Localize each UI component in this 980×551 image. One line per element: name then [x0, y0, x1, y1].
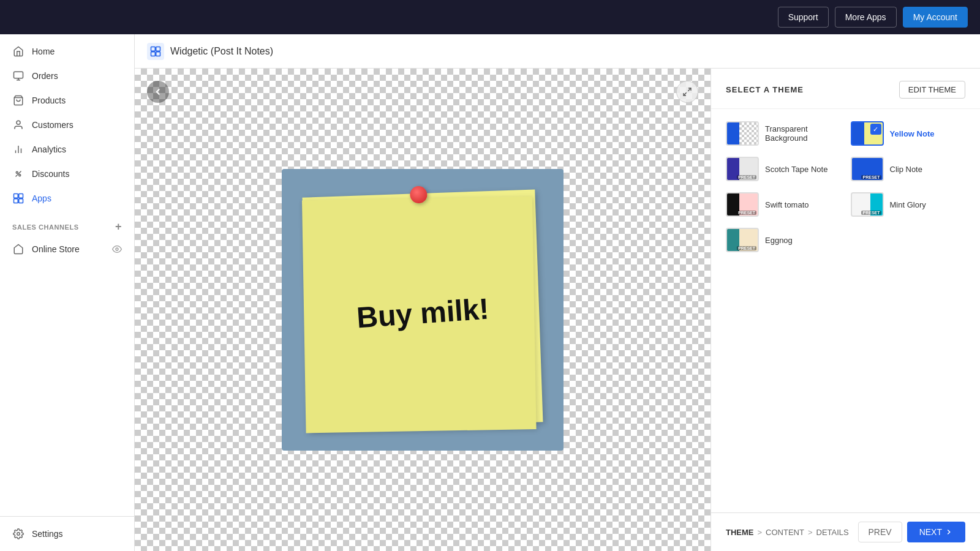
- edit-theme-button[interactable]: EDIT THEME: [899, 81, 965, 99]
- sidebar-item-label: Settings: [32, 529, 63, 539]
- next-button[interactable]: NEXT: [907, 522, 965, 542]
- breadcrumb: THEME > CONTENT > DETAILS: [726, 528, 849, 537]
- theme-swatch-swift: PRESET: [726, 192, 759, 217]
- theme-name-transparent: Transparent Background: [765, 124, 841, 143]
- svg-point-9: [19, 174, 21, 176]
- sidebar-item-settings[interactable]: Settings: [0, 522, 134, 546]
- svg-point-4: [17, 121, 20, 124]
- app-header-icon: [147, 43, 164, 60]
- add-sales-channel-icon[interactable]: +: [115, 220, 122, 233]
- sidebar-item-label: Discounts: [32, 169, 69, 179]
- home-icon: [12, 45, 24, 58]
- more-apps-button[interactable]: More Apps: [835, 7, 897, 28]
- theme-name-clip: Clip Note: [890, 165, 922, 174]
- settings-icon: [12, 528, 24, 540]
- breadcrumb-sep2: >: [808, 528, 813, 537]
- widget-content: Buy milk! SELECT A THEME EDIT THEME T: [135, 69, 980, 551]
- preset-label: PRESET: [861, 211, 881, 215]
- theme-item-scotch[interactable]: PRESET Scotch Tape Note: [726, 157, 841, 181]
- sidebar-item-orders[interactable]: Orders: [0, 64, 134, 88]
- breadcrumb-theme: THEME: [726, 528, 754, 537]
- theme-grid: Transparent Background ✓ Yellow Note PRE…: [711, 109, 980, 512]
- content-area: Widgetic (Post It Notes) Buy milk!: [135, 34, 980, 551]
- svg-rect-18: [156, 47, 160, 51]
- note-background: Buy milk!: [282, 169, 564, 451]
- svg-rect-14: [19, 199, 23, 203]
- theme-name-mint: Mint Glory: [890, 200, 926, 209]
- theme-item-eggnog[interactable]: PRESET Eggnog: [726, 228, 841, 252]
- products-icon: [12, 94, 24, 107]
- svg-line-21: [688, 88, 691, 91]
- sidebar-item-customers[interactable]: Customers: [0, 113, 134, 137]
- svg-rect-17: [151, 47, 156, 51]
- theme-item-swift[interactable]: PRESET Swift tomato: [726, 192, 841, 217]
- theme-item-transparent[interactable]: Transparent Background: [726, 121, 841, 146]
- note-text: Buy milk!: [356, 292, 490, 335]
- sidebar-item-analytics[interactable]: Analytics: [0, 137, 134, 162]
- theme-item-clip[interactable]: PRESET Clip Note: [851, 157, 966, 181]
- preset-label: PRESET: [737, 175, 756, 179]
- footer-nav: PREV NEXT: [858, 522, 965, 542]
- orders-icon: [12, 70, 24, 82]
- theme-name-yellow: Yellow Note: [890, 129, 935, 138]
- select-theme-label: SELECT A THEME: [726, 85, 804, 94]
- svg-point-15: [116, 248, 118, 250]
- analytics-icon: [12, 143, 24, 156]
- preview-area: Buy milk!: [135, 69, 710, 551]
- preset-label: PRESET: [861, 175, 881, 179]
- note-pin: [410, 186, 428, 204]
- app-header: Widgetic (Post It Notes): [135, 34, 980, 69]
- sidebar-item-products[interactable]: Products: [0, 88, 134, 113]
- svg-rect-13: [14, 199, 18, 203]
- note-container: Buy milk!: [282, 169, 564, 451]
- sidebar: Home Orders Products Customers Analytics: [0, 34, 135, 551]
- breadcrumb-details: DETAILS: [816, 528, 849, 537]
- theme-swatch-transparent: [726, 121, 759, 146]
- sidebar-item-home[interactable]: Home: [0, 39, 134, 64]
- fullscreen-button[interactable]: [676, 81, 698, 103]
- sidebar-item-label: Home: [32, 47, 55, 56]
- app-title: Widgetic (Post It Notes): [170, 46, 273, 57]
- theme-panel-header: SELECT A THEME EDIT THEME: [711, 69, 980, 109]
- theme-name-scotch: Scotch Tape Note: [765, 165, 827, 174]
- customers-icon: [12, 119, 24, 131]
- selected-check: ✓: [870, 124, 881, 135]
- discounts-icon: [12, 168, 24, 180]
- svg-line-22: [684, 92, 687, 96]
- note-paper: Buy milk!: [302, 189, 543, 430]
- sidebar-item-label: Analytics: [32, 144, 66, 154]
- back-button[interactable]: [147, 81, 169, 103]
- breadcrumb-sep1: >: [758, 528, 763, 537]
- theme-panel: SELECT A THEME EDIT THEME Transparent Ba…: [710, 69, 980, 551]
- svg-rect-0: [14, 72, 23, 78]
- svg-rect-11: [14, 194, 18, 198]
- sidebar-item-label: Products: [32, 96, 66, 105]
- svg-rect-19: [151, 51, 156, 56]
- sidebar-item-label: Online Store: [32, 244, 80, 254]
- preset-label: PRESET: [737, 246, 756, 250]
- theme-name-eggnog: Eggnog: [765, 236, 793, 245]
- online-store-eye-icon: [112, 244, 122, 254]
- svg-rect-20: [156, 51, 160, 56]
- sidebar-item-label: Orders: [32, 71, 58, 81]
- theme-item-yellow[interactable]: ✓ Yellow Note: [851, 121, 966, 146]
- svg-rect-12: [19, 194, 23, 198]
- topbar: Support More Apps My Account: [0, 0, 980, 34]
- main-layout: Home Orders Products Customers Analytics: [0, 34, 980, 551]
- support-button[interactable]: Support: [778, 7, 829, 28]
- sidebar-item-online-store[interactable]: Online Store: [0, 237, 134, 261]
- sidebar-item-label: Apps: [32, 193, 51, 203]
- sidebar-item-apps[interactable]: Apps: [0, 186, 134, 211]
- prev-button[interactable]: PREV: [858, 522, 902, 542]
- apps-icon: [12, 192, 24, 204]
- theme-item-mint[interactable]: PRESET Mint Glory: [851, 192, 966, 217]
- theme-footer: THEME > CONTENT > DETAILS PREV NEXT: [711, 512, 980, 551]
- sidebar-item-discounts[interactable]: Discounts: [0, 162, 134, 186]
- my-account-button[interactable]: My Account: [903, 7, 968, 28]
- theme-swatch-mint: PRESET: [851, 192, 884, 217]
- theme-swatch-scotch: PRESET: [726, 157, 759, 181]
- preset-label: PRESET: [737, 211, 756, 215]
- theme-name-swift: Swift tomato: [765, 200, 809, 209]
- sidebar-bottom: Settings: [0, 516, 134, 546]
- breadcrumb-content: CONTENT: [766, 528, 804, 537]
